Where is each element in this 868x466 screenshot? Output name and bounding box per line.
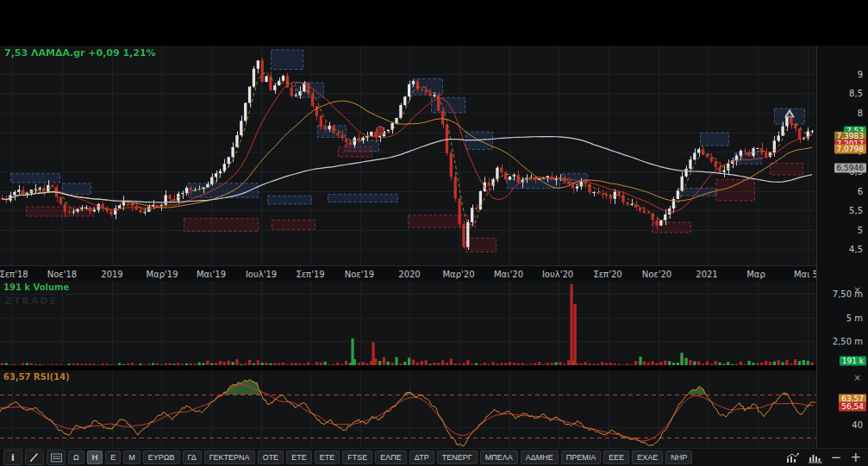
bottom-toolbar: i ΩΗΕΜΕΥΡΩΒΓΔΓΕΚΤΕΡΝΑΟΤΕΕΤΕΕΤΕFTSEΕΛΠΕΔΤ…	[0, 448, 868, 466]
price-axis-label: 6	[858, 186, 863, 196]
ticker-button-ΠΡΕΜΙΑ[interactable]: ΠΡΕΜΙΑ	[561, 450, 602, 464]
volume-tag: 191 k	[840, 356, 866, 365]
line-chart-icon	[786, 452, 800, 463]
watchlist-icon	[51, 453, 62, 463]
price-axis-label: 8,5	[849, 89, 863, 98]
ticker-button-ΤΕΝΕΡΓ[interactable]: ΤΕΝΕΡΓ	[437, 450, 478, 464]
volume-close-button[interactable]: ×	[854, 286, 861, 295]
rsi-pane-label: 63,57 RSI(14)	[3, 372, 70, 382]
histogram-icon	[809, 452, 822, 463]
ticker-button-ΝΗΡ[interactable]: ΝΗΡ	[665, 450, 692, 464]
ticker-button-ΔΤΡ[interactable]: ΔΤΡ	[409, 450, 434, 464]
watchlist-button[interactable]	[47, 450, 66, 465]
chart-zoom-controls: − +	[786, 451, 865, 464]
ticker-button-FTSE[interactable]: FTSE	[342, 450, 372, 464]
ticker-button-Ω[interactable]: Ω	[68, 450, 84, 464]
zoom-in-button[interactable]: +	[850, 451, 861, 464]
ticker-button-Η[interactable]: Η	[87, 450, 103, 464]
zoom-out-button[interactable]: −	[831, 451, 842, 464]
candlestick-chart[interactable]	[0, 46, 817, 265]
info-button[interactable]: i	[3, 450, 22, 465]
ztrade-watermark: ZTRADE	[5, 295, 58, 307]
symbol-quote-line: 7,53 ΛΑΜΔΑ.gr +0,09 1,21%	[4, 47, 156, 59]
rsi-close-button[interactable]: ×	[854, 374, 861, 382]
ticker-button-ΓΔ[interactable]: ΓΔ	[183, 450, 202, 464]
ticker-button-ΕΤΕ[interactable]: ΕΤΕ	[315, 450, 340, 464]
rsi-pane[interactable]: 63,57 RSI(14)	[0, 368, 817, 450]
price-axis-label: 8	[858, 108, 863, 117]
volume-histogram[interactable]	[0, 281, 817, 365]
time-axis-label: Νοε'18	[47, 270, 77, 279]
line-chart-mode-button[interactable]	[786, 452, 800, 463]
rsi-axis-label: 40	[852, 419, 863, 429]
price-axis-label: 5	[858, 225, 863, 234]
price-tag: 6,5946	[834, 163, 867, 172]
time-axis-label: Ιουλ'19	[246, 270, 277, 279]
ticker-button-ΕΧΑΕ[interactable]: ΕΧΑΕ	[632, 450, 663, 464]
time-axis-label: Νοε'20	[642, 270, 671, 279]
volume-axis-label: 2,50 m	[833, 337, 863, 346]
time-axis-label: Σεπ'20	[593, 270, 621, 279]
price-axis-label: 5,5	[849, 206, 863, 215]
time-axis-label: Ιουλ'20	[542, 270, 573, 279]
ticker-button-Μ[interactable]: Μ	[123, 450, 141, 464]
trading-app-window: ZTRADE 7,53 ΛΑΜΔΑ.gr +0,09 1,21% Σεπ'18Ν…	[0, 0, 868, 466]
time-axis-label: Σεπ'18	[0, 270, 28, 279]
price-axis-label: 9	[858, 69, 863, 78]
time-axis-label: Μαρ'19	[146, 270, 178, 279]
pencil-icon	[29, 452, 40, 463]
time-axis-label: Σεπ'19	[296, 270, 324, 279]
price-axis-column[interactable]: 98,587,576,565,554,57,537,39837,20177,07…	[816, 46, 868, 448]
time-axis-label: 2020	[398, 270, 420, 279]
rsi-indicator-chart[interactable]	[0, 370, 817, 450]
info-icon: i	[11, 452, 15, 463]
volume-axis-label: 5 m	[846, 313, 863, 322]
ticker-button-strip: ΩΗΕΜΕΥΡΩΒΓΔΓΕΚΤΕΡΝΑΟΤΕΕΤΕΕΤΕFTSEΕΛΠΕΔΤΡΤ…	[68, 450, 692, 464]
time-axis-label: 2019	[101, 270, 122, 279]
time-axis-label: Νοε'19	[345, 270, 374, 279]
time-axis-label: Μαρ	[746, 270, 765, 279]
ticker-button-ΓΕΚΤΕΡΝΑ[interactable]: ΓΕΚΤΕΡΝΑ	[204, 450, 255, 464]
price-tag: 7,0798	[834, 144, 867, 153]
ticker-button-ΑΔΜΗΕ[interactable]: ΑΔΜΗΕ	[521, 450, 559, 464]
ticker-button-ΕΥΡΩΒ[interactable]: ΕΥΡΩΒ	[143, 450, 180, 464]
rsi-tag: 56,54	[839, 401, 866, 411]
time-axis-label: Μαι'19	[197, 270, 226, 279]
volume-pane-label: 191 k Volume	[3, 283, 69, 292]
time-axis-label: 2021	[696, 270, 717, 279]
price-axis-label: 4,5	[849, 245, 863, 254]
time-axis-label: Μαι'20	[494, 270, 523, 279]
volume-pane[interactable]: 191 k Volume	[0, 281, 817, 365]
price-chart-pane[interactable]: ZTRADE	[0, 46, 817, 265]
time-axis-label: Μαρ'20	[442, 270, 474, 279]
volume-toggle-button[interactable]	[809, 452, 822, 463]
ticker-button-ΕΤΕ[interactable]: ΕΤΕ	[286, 450, 312, 464]
ticker-button-Ε[interactable]: Ε	[105, 450, 121, 464]
draw-button[interactable]	[25, 450, 44, 465]
ticker-button-ΕΛΠΕ[interactable]: ΕΛΠΕ	[375, 450, 407, 464]
time-axis-label: Μαι 5	[794, 270, 818, 279]
ticker-button-ΜΠΕΛΑ[interactable]: ΜΠΕΛΑ	[480, 450, 518, 464]
time-axis[interactable]: Σεπ'18Νοε'182019Μαρ'19Μαι'19Ιουλ'19Σεπ'1…	[0, 265, 817, 283]
ticker-button-ΕΕΕ[interactable]: ΕΕΕ	[603, 450, 629, 464]
ticker-button-ΟΤΕ[interactable]: ΟΤΕ	[258, 450, 284, 464]
